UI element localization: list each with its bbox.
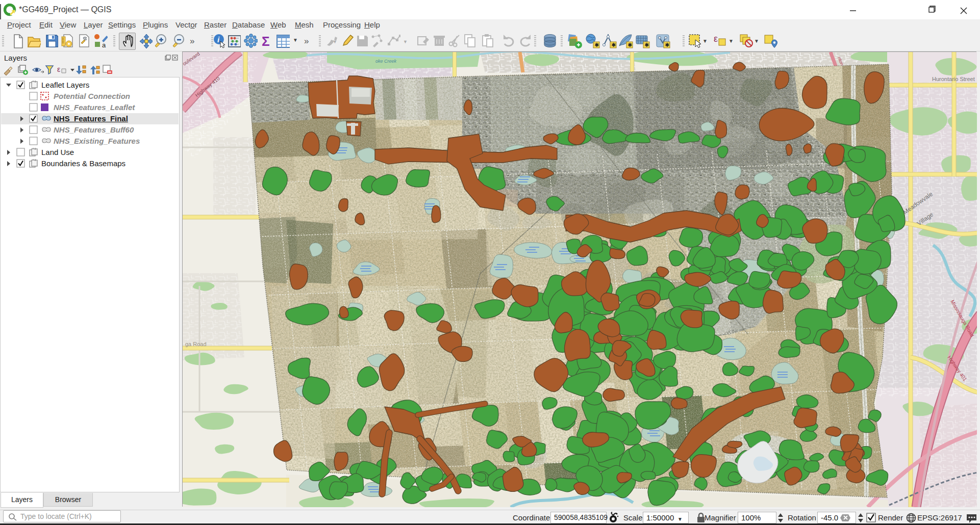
svg-text:✱: ✱ bbox=[594, 42, 599, 48]
svg-text:Σ: Σ bbox=[262, 34, 270, 49]
svg-text:✱: ✱ bbox=[644, 42, 649, 48]
svg-text:Hurontario Street: Hurontario Street bbox=[932, 76, 975, 82]
svg-text:✱: ✱ bbox=[611, 42, 616, 48]
svg-text:ga Road: ga Road bbox=[185, 341, 207, 347]
svg-text:ε: ε bbox=[57, 65, 60, 73]
svg-text:✱: ✱ bbox=[665, 42, 669, 48]
svg-text:✱: ✱ bbox=[627, 42, 632, 48]
svg-text:ε: ε bbox=[714, 34, 718, 44]
svg-text:oke Creek: oke Creek bbox=[375, 59, 397, 64]
svg-text:a: a bbox=[102, 41, 106, 49]
